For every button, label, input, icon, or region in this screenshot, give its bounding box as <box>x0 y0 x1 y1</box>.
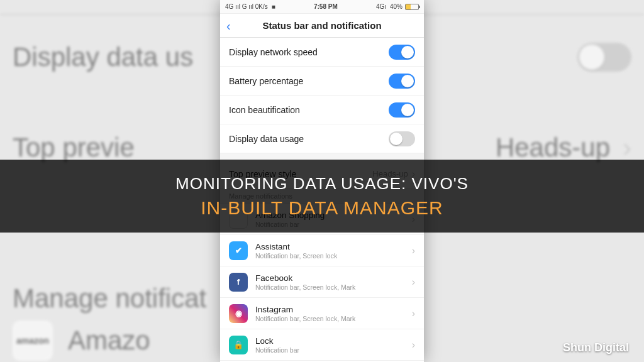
instagram-icon: ◉ <box>229 304 248 323</box>
app-name: Facebook <box>255 273 404 283</box>
bg-text-row3: Manage notificat <box>13 283 206 314</box>
app-row-facebook[interactable]: f Facebook Notification bar, Screen lock… <box>220 266 424 298</box>
bg-amazon-label: Amazo <box>68 326 150 356</box>
toggle-switch[interactable] <box>389 131 415 146</box>
toggle-switch[interactable] <box>389 102 415 118</box>
app-name: Assistant <box>255 242 404 251</box>
bg-text-row1: Display data us <box>13 42 193 72</box>
row-battery-percentage[interactable]: Battery percentage <box>220 67 424 96</box>
app-row-instagram[interactable]: ◉ Instagram Notification bar, Screen loc… <box>220 298 424 329</box>
toggle-switch[interactable] <box>389 74 415 89</box>
status-time: 7:58 PM <box>314 3 338 10</box>
status-signal: 4G ııl G ııl 0K/s <box>225 3 268 10</box>
row-display-network-speed[interactable]: Display network speed <box>220 38 424 67</box>
bg-text-row2-right: Heads-up <box>496 133 610 163</box>
row-display-data-usage[interactable]: Display data usage <box>220 124 424 153</box>
bg-text-row2-left: Top previe <box>13 133 135 163</box>
page-title: Status bar and notification <box>262 20 381 31</box>
app-name: Instagram <box>255 305 404 314</box>
row-label: Display data usage <box>229 134 389 144</box>
row-label: Display network speed <box>229 47 389 57</box>
bg-toggle-off <box>577 43 631 72</box>
status-battery: 40% <box>390 3 419 10</box>
bg-amazon-icon: amazon <box>13 321 53 361</box>
app-row-assistant[interactable]: ✔ Assistant Notification bar, Screen loc… <box>220 235 424 266</box>
title-line-1: MONITORING DATA USAGE: VIVO'S <box>175 174 469 194</box>
video-icon: ■ <box>272 3 275 10</box>
facebook-icon: f <box>229 273 248 292</box>
title-overlay-band: MONITORING DATA USAGE: VIVO'S IN-BUILT D… <box>0 160 644 233</box>
app-row-lock[interactable]: 🔒 Lock Notification bar › <box>220 329 424 361</box>
row-icon-beautification[interactable]: Icon beautification <box>220 96 424 124</box>
battery-percent: 40% <box>390 3 402 10</box>
chevron-right-icon: › <box>412 308 415 319</box>
back-button[interactable]: ‹ <box>226 19 231 32</box>
app-detail: Notification bar, Screen lock, Mark <box>255 283 404 291</box>
row-label: Icon beautification <box>229 105 389 115</box>
battery-icon <box>405 4 419 10</box>
chevron-right-icon: › <box>412 339 415 351</box>
toggle-switch[interactable] <box>389 45 415 60</box>
app-detail: Notification bar, Screen lock <box>255 252 404 260</box>
app-name: Lock <box>255 336 404 346</box>
lock-icon: 🔒 <box>229 336 248 354</box>
assistant-icon: ✔ <box>229 241 248 260</box>
watermark: Shun Digital <box>563 341 629 354</box>
row-label: Battery percentage <box>229 76 389 86</box>
chevron-right-icon: › <box>412 245 415 256</box>
chevron-right-icon: › <box>623 133 631 163</box>
title-line-2: IN-BUILT DATA MANAGER <box>201 197 443 219</box>
app-detail: Notification bar <box>255 346 404 354</box>
app-detail: Notification bar, Screen lock, Mark <box>255 315 404 322</box>
status-net-right: 4Gı <box>376 3 386 10</box>
status-bar: 4G ııl G ııl 0K/s ■ 7:58 PM 4Gı 40% <box>220 0 424 14</box>
nav-header: ‹ Status bar and notification <box>220 14 424 38</box>
chevron-right-icon: › <box>412 277 415 288</box>
